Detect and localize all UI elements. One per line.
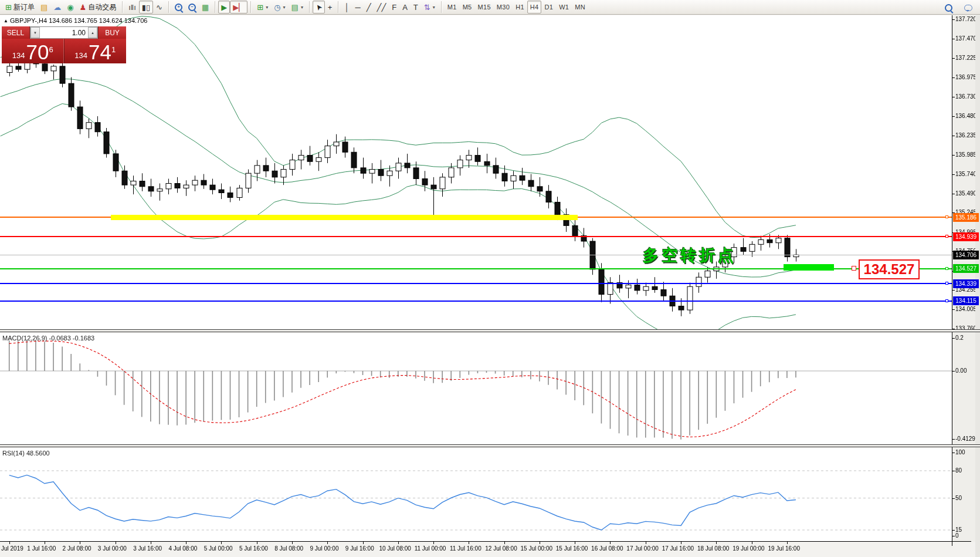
zoom-out-icon: −	[188, 4, 196, 11]
templates-button[interactable]: ▤▾	[289, 1, 306, 13]
panel-splitter[interactable]	[0, 444, 980, 447]
time-tick-label: 11 Jul 00:00	[415, 545, 446, 552]
callout-anchor-handle[interactable]	[852, 266, 856, 271]
horizontal-line-object[interactable]	[0, 283, 952, 284]
chart-shift-button[interactable]: ▶▏	[230, 1, 247, 13]
dropdown-caret-icon[interactable]: ▾	[433, 5, 435, 10]
dropdown-caret-icon[interactable]: ▾	[301, 5, 303, 10]
arrows-button[interactable]: ⇅▾	[421, 1, 438, 13]
collapse-arrow-icon[interactable]: ▲	[4, 18, 8, 23]
sell-button[interactable]: SELL	[2, 26, 30, 39]
community-button[interactable]: ☁	[50, 1, 64, 13]
chart-bars-button[interactable]: ı‖ı	[126, 1, 139, 13]
tf-m1-button[interactable]: M1	[445, 1, 460, 13]
line-endpoint-handle[interactable]	[945, 235, 948, 238]
horizontal-line-button[interactable]: ─	[352, 1, 364, 13]
magnifier-tail	[951, 11, 954, 13]
new-order-button[interactable]: ⊞新订单	[2, 1, 38, 13]
line-endpoint-handle[interactable]	[945, 299, 948, 302]
chart-candles-button[interactable]: ▮▯	[139, 1, 153, 13]
sell-price-display[interactable]: 134706	[2, 39, 64, 63]
charts-button[interactable]: ▤	[38, 1, 50, 13]
tf-m15-button[interactable]: M15	[475, 1, 494, 13]
price-tick-label: 137.470	[955, 35, 976, 42]
label-icon: T	[413, 4, 418, 11]
search-button[interactable]	[942, 1, 955, 14]
tf-m30-button[interactable]: M30	[494, 1, 513, 13]
cursor-icon: ➤	[314, 2, 324, 12]
autotrading-icon: ♟	[80, 4, 87, 11]
magnifier-tail	[181, 10, 184, 13]
tf-mn-button[interactable]: MN	[572, 1, 588, 13]
chat-button[interactable]	[961, 1, 975, 14]
toolbar-separator	[250, 1, 251, 13]
signals-button[interactable]: ◉	[64, 1, 76, 13]
price-tick-label: 135.490	[955, 190, 976, 197]
tf-m5-button[interactable]: M5	[460, 1, 475, 13]
panel-splitter[interactable]	[0, 329, 980, 332]
rsi-tick-label: 50	[955, 495, 962, 501]
chart-candles-icon: ▮▯	[142, 4, 150, 11]
time-tick-label: 11 Jul 16:00	[450, 545, 481, 552]
chart-title: ▲ GBPJPY-,H4 134.686 134.765 134.624 134…	[4, 17, 147, 24]
tf-w1-button[interactable]: W1	[556, 1, 572, 13]
tile-windows-button[interactable]: ▦	[199, 1, 212, 13]
time-tick-label: 1 Jul 16:00	[27, 545, 56, 552]
line-endpoint-handle[interactable]	[945, 282, 948, 285]
toolbar-separator	[309, 1, 310, 13]
channel-button[interactable]: ╱╱	[374, 1, 389, 13]
price-callout-box[interactable]: 134.527	[859, 259, 920, 279]
tf-h1-button[interactable]: H1	[513, 1, 527, 13]
trendline-button[interactable]: ╱	[364, 1, 374, 13]
buy-price-display[interactable]: 134741	[64, 39, 127, 63]
volume-decrease-button[interactable]: ▼	[30, 27, 40, 38]
crosshair-button[interactable]: +	[325, 1, 335, 13]
fibonacci-button[interactable]: F	[389, 1, 399, 13]
rsi-indicator-label: RSI(14) 48.5600	[2, 450, 50, 457]
time-tick-label: 9 Jul 00:00	[310, 545, 339, 552]
timeframe-label: W1	[559, 4, 569, 11]
cursor-button[interactable]: ➤	[313, 1, 325, 13]
time-tick-label: 5 Jul 00:00	[204, 545, 233, 552]
green-highlight-zone[interactable]	[784, 264, 834, 271]
horizontal-line-icon: ─	[355, 4, 361, 11]
bid-price-line[interactable]	[0, 255, 952, 255]
timeframe-label: MN	[575, 4, 585, 11]
indicators-button[interactable]: ⊞▾	[254, 1, 271, 13]
tf-h4-button[interactable]: H4	[527, 1, 542, 13]
yellow-highlight-zone[interactable]	[111, 215, 578, 220]
chart-text-annotation[interactable]: 多空转折点	[643, 245, 737, 266]
tf-d1-button[interactable]: D1	[541, 1, 556, 13]
buy-button[interactable]: BUY	[98, 26, 126, 39]
price-tag: 134.939	[953, 232, 979, 241]
vertical-line-button[interactable]: │	[341, 1, 352, 13]
line-endpoint-handle[interactable]	[945, 267, 948, 270]
time-tick-label: 3 Jul 00:00	[98, 545, 127, 552]
horizontal-line-object[interactable]	[0, 301, 952, 302]
autotrading-button[interactable]: ♟自动交易	[77, 1, 120, 13]
periods-icon: ◷	[274, 4, 280, 11]
text-button[interactable]: A	[399, 1, 411, 13]
line-endpoint-handle[interactable]	[945, 215, 948, 218]
volume-increase-button[interactable]: ▲	[88, 27, 97, 38]
dropdown-caret-icon[interactable]: ▾	[283, 5, 286, 10]
price-tag: 135.186	[953, 213, 979, 222]
chart-line-button[interactable]: ∿	[153, 1, 165, 13]
periods-button[interactable]: ◷▾	[271, 1, 288, 13]
button-label: 新订单	[13, 2, 35, 12]
auto-scroll-button[interactable]: ▶	[218, 1, 230, 13]
toolbar-separator	[168, 1, 169, 13]
label-button[interactable]: T	[411, 1, 421, 13]
time-tick-label: 12 Jul 08:00	[485, 545, 517, 552]
magnifier-tail	[194, 10, 197, 13]
horizontal-line-object[interactable]	[0, 236, 952, 237]
text-icon: A	[402, 4, 408, 11]
price-tick-label: 136.235	[955, 132, 976, 139]
zoom-in-button[interactable]: +	[172, 1, 185, 13]
crosshair-icon: +	[328, 4, 333, 11]
zoom-out-button[interactable]: −	[185, 1, 199, 13]
price-chart-canvas[interactable]	[0, 0, 980, 557]
dropdown-caret-icon[interactable]: ▾	[266, 5, 268, 10]
volume-input[interactable]	[40, 27, 88, 38]
macd-tick-label: -0.4129	[955, 436, 975, 442]
